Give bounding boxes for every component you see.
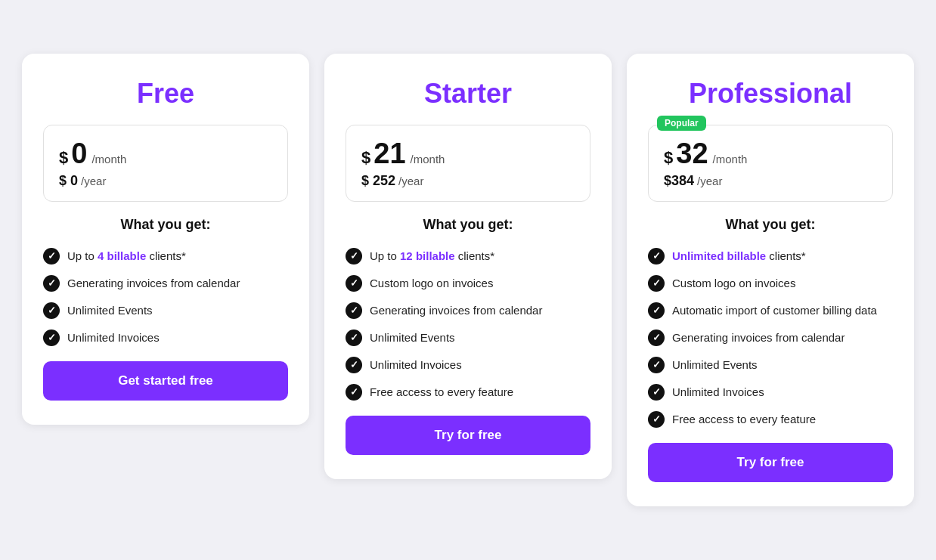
feature-item: Generating invoices from calendar (648, 330, 893, 346)
price-yearly-starter: $ 252 /year (361, 173, 575, 189)
highlight: 12 billable (400, 249, 455, 262)
get-started-free-button[interactable]: Get started free (43, 361, 288, 401)
feature-text: Free access to every feature (370, 384, 513, 400)
check-icon (346, 330, 362, 346)
check-icon (648, 357, 665, 373)
price-box-professional: $ 32 /month $384 /year (648, 125, 893, 202)
feature-text: Up to 4 billable clients* (67, 248, 186, 264)
check-icon (648, 248, 665, 265)
feature-text: Up to 12 billable clients* (370, 248, 494, 264)
feature-text: Free access to every feature (672, 411, 816, 427)
price-amount-starter-monthly: 21 (373, 138, 405, 170)
highlight: 4 billable (98, 249, 146, 262)
price-period-free-yearly: /year (81, 175, 106, 187)
check-icon (648, 275, 665, 292)
dollar-sign-starter-monthly: $ (361, 148, 370, 168)
price-period-starter-monthly: /month (411, 153, 445, 166)
try-for-free-professional-button[interactable]: Try for free (648, 443, 893, 482)
price-amount-starter-yearly: $ 252 (361, 173, 395, 189)
price-amount-free-yearly: $ 0 (59, 173, 78, 189)
feature-text: Generating invoices from calendar (67, 275, 240, 291)
what-you-get-free: What you get: (43, 217, 288, 233)
feature-item: Unlimited Invoices (648, 384, 893, 401)
features-list-professional: Unlimited billable clients* Custom logo … (648, 248, 893, 428)
feature-text: Custom logo on invoices (370, 275, 493, 291)
feature-item: Unlimited Invoices (43, 330, 288, 346)
check-icon (43, 330, 60, 346)
check-icon (648, 411, 665, 428)
price-amount-free-monthly: 0 (71, 138, 87, 170)
check-icon (346, 248, 362, 265)
price-yearly-professional: $384 /year (664, 173, 877, 189)
check-icon (346, 357, 362, 373)
feature-item: Unlimited billable clients* (648, 248, 893, 265)
check-icon (648, 330, 665, 346)
price-yearly-free: $ 0 /year (59, 173, 272, 189)
check-icon (43, 302, 60, 319)
feature-text: Automatic import of customer billing dat… (672, 302, 877, 318)
plan-card-free: Free $ 0 /month $ 0 /year What you get: … (22, 54, 309, 425)
check-icon (346, 384, 362, 401)
what-you-get-starter: What you get: (346, 217, 590, 233)
feature-text: Unlimited Events (370, 330, 455, 345)
plan-title-starter: Starter (346, 78, 590, 110)
features-list-starter: Up to 12 billable clients* Custom logo o… (346, 248, 590, 401)
price-monthly-professional: $ 32 /month (664, 138, 877, 170)
price-monthly-free: $ 0 /month (59, 138, 272, 170)
try-for-free-starter-button[interactable]: Try for free (346, 416, 590, 455)
price-box-free: $ 0 /month $ 0 /year (43, 125, 288, 202)
check-icon (43, 275, 60, 292)
check-icon (648, 384, 665, 401)
dollar-sign-free-monthly: $ (59, 148, 68, 168)
feature-item: Free access to every feature (346, 384, 590, 401)
highlight: Unlimited billable (672, 249, 766, 262)
what-you-get-professional: What you get: (648, 217, 893, 233)
feature-item: Custom logo on invoices (346, 275, 590, 292)
feature-item: Generating invoices from calendar (346, 302, 590, 319)
price-period-free-monthly: /month (91, 153, 126, 166)
feature-item: Generating invoices from calendar (43, 275, 288, 292)
price-box-starter: $ 21 /month $ 252 /year (346, 125, 590, 202)
price-amount-professional-yearly: $384 (664, 173, 694, 189)
feature-text: Unlimited Events (67, 302, 153, 318)
check-icon (648, 302, 665, 319)
feature-item: Custom logo on invoices (648, 275, 893, 292)
feature-text: Unlimited Invoices (672, 384, 764, 400)
price-monthly-starter: $ 21 /month (361, 138, 575, 170)
pricing-container: Free $ 0 /month $ 0 /year What you get: … (15, 54, 921, 506)
price-period-professional-monthly: /month (713, 153, 748, 166)
check-icon (43, 248, 60, 265)
feature-text: Unlimited Events (672, 357, 758, 373)
price-period-starter-yearly: /year (398, 175, 423, 187)
feature-text: Generating invoices from calendar (370, 302, 542, 318)
popular-badge: Popular (657, 116, 706, 131)
feature-text: Unlimited Invoices (67, 330, 160, 345)
feature-item: Automatic import of customer billing dat… (648, 302, 893, 319)
feature-item: Unlimited Events (43, 302, 288, 319)
price-box-wrapper-professional: Popular $ 32 /month $384 /year (648, 125, 893, 202)
feature-text: Unlimited Invoices (370, 357, 462, 373)
price-amount-professional-monthly: 32 (676, 138, 708, 170)
check-icon (346, 275, 362, 292)
feature-item: Up to 12 billable clients* (346, 248, 590, 265)
feature-item: Unlimited Events (648, 357, 893, 373)
plan-title-professional: Professional (648, 78, 893, 110)
plan-card-starter: Starter $ 21 /month $ 252 /year What you… (324, 54, 612, 479)
feature-item: Free access to every feature (648, 411, 893, 428)
feature-item: Unlimited Invoices (346, 357, 590, 373)
feature-text: Generating invoices from calendar (672, 330, 845, 345)
feature-text: Custom logo on invoices (672, 275, 795, 291)
feature-text: Unlimited billable clients* (672, 248, 806, 264)
feature-item: Up to 4 billable clients* (43, 248, 288, 265)
check-icon (346, 302, 362, 319)
plan-card-professional: Professional Popular $ 32 /month $384 /y… (627, 54, 914, 506)
plan-title-free: Free (43, 78, 288, 110)
feature-item: Unlimited Events (346, 330, 590, 346)
features-list-free: Up to 4 billable clients* Generating inv… (43, 248, 288, 346)
price-period-professional-yearly: /year (697, 175, 722, 187)
dollar-sign-professional-monthly: $ (664, 148, 673, 168)
